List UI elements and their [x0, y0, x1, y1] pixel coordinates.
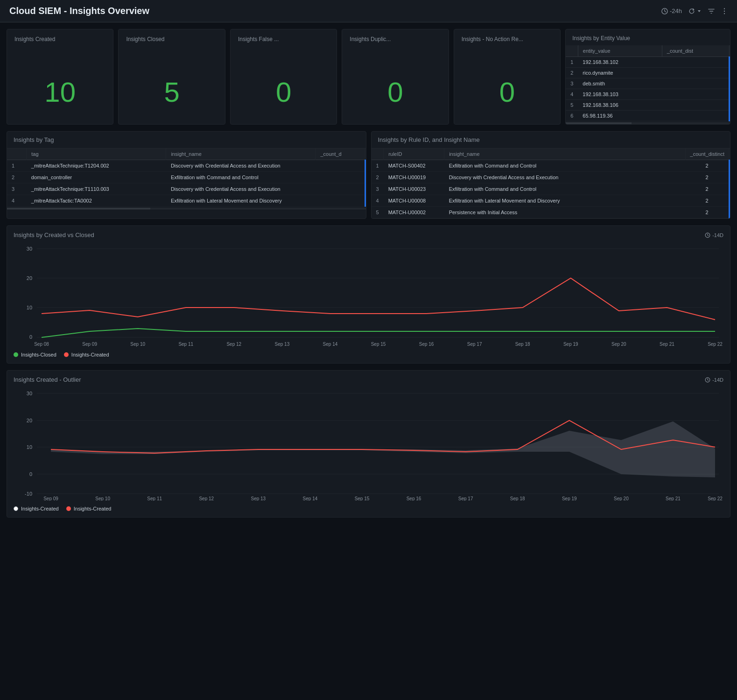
svg-text:Sep 10: Sep 10: [130, 342, 145, 347]
chart1-header: Insights by Created vs Closed -14D: [14, 231, 723, 238]
chart2-panel: Insights Created - Outlier -14D 30 20 10…: [7, 370, 730, 518]
chart1-container: 30 20 10 0 Sep 08 Sep 09 Sep 10 Sep 11 S…: [14, 244, 723, 348]
svg-text:Sep 16: Sep 16: [419, 342, 434, 347]
svg-text:Sep 20: Sep 20: [614, 496, 629, 501]
entity-value-panel: Insights by Entity Value entity_value _c…: [565, 29, 730, 125]
entity-panel-title: Insights by Entity Value: [566, 29, 730, 45]
chart1-title: Insights by Created vs Closed: [14, 231, 94, 238]
svg-text:Sep 12: Sep 12: [226, 342, 241, 347]
more-button[interactable]: [721, 8, 728, 14]
svg-text:10: 10: [27, 305, 32, 310]
chart2-title: Insights Created - Outlier: [14, 376, 81, 383]
entity-row: 665.98.119.36: [566, 111, 729, 121]
stat-label-false: Insights False ...: [238, 36, 329, 42]
svg-text:Sep 19: Sep 19: [562, 496, 577, 501]
svg-text:Sep 14: Sep 14: [323, 342, 338, 347]
entity-row: 1192.168.38.102: [566, 57, 729, 68]
chart2-time: -14D: [705, 377, 723, 383]
svg-text:Sep 09: Sep 09: [82, 342, 97, 347]
chart2-legend: Insights-Created Insights-Created: [14, 506, 723, 511]
rule-row: 1MATCH-S00402Exfiltration with Command a…: [372, 160, 730, 172]
chart1-svg: 30 20 10 0 Sep 08 Sep 09 Sep 10 Sep 11 S…: [14, 244, 723, 347]
svg-text:Sep 15: Sep 15: [371, 342, 386, 347]
svg-text:-10: -10: [25, 491, 32, 497]
legend2-white: Insights-Created: [14, 506, 59, 511]
refresh-button[interactable]: [688, 8, 702, 14]
chart2-header: Insights Created - Outlier -14D: [14, 376, 723, 383]
time-filter[interactable]: -24h: [661, 7, 682, 14]
svg-text:Sep 22: Sep 22: [708, 342, 723, 347]
svg-text:Sep 13: Sep 13: [251, 496, 266, 501]
clock-icon: [661, 8, 668, 14]
legend2-red-label: Insights-Created: [74, 506, 112, 511]
svg-text:Sep 13: Sep 13: [275, 342, 290, 347]
rule-panel-title: Insights by Rule ID, and Insight Name: [372, 132, 730, 148]
svg-text:30: 30: [27, 246, 32, 252]
svg-point-1: [724, 8, 725, 9]
chart1-time: -14D: [705, 232, 723, 238]
svg-text:Sep 10: Sep 10: [95, 496, 110, 501]
svg-point-3: [724, 13, 725, 14]
rule-row: 5MATCH-U00002Persistence with Initial Ac…: [372, 207, 730, 218]
entity-col-count: _count_dist: [662, 45, 729, 57]
stat-card-false: Insights False ... 0: [230, 29, 337, 125]
entity-col-num: [566, 45, 578, 57]
svg-text:Sep 21: Sep 21: [666, 496, 681, 501]
svg-text:Sep 15: Sep 15: [355, 496, 370, 501]
chevron-down-icon: [697, 9, 702, 14]
stat-label-noaction: Insights - No Action Re...: [462, 36, 553, 42]
legend2-white-label: Insights-Created: [21, 506, 59, 511]
svg-text:Sep 14: Sep 14: [303, 496, 318, 501]
legend-closed: Insights-Closed: [14, 352, 56, 357]
rule-table: ruleID insight_name _count_distinct 1MAT…: [372, 148, 730, 218]
filter-button[interactable]: [708, 8, 715, 14]
legend-created: Insights-Created: [64, 352, 109, 357]
svg-text:Sep 18: Sep 18: [510, 496, 525, 501]
svg-text:Sep 20: Sep 20: [611, 342, 626, 347]
entity-row: 2rico.dynamite: [566, 68, 729, 78]
svg-text:0: 0: [29, 471, 32, 477]
svg-text:Sep 17: Sep 17: [467, 342, 482, 347]
entity-row: 4192.168.38.103: [566, 89, 729, 100]
entity-table: entity_value _count_dist 1192.168.38.102…: [566, 45, 730, 121]
page-title: Cloud SIEM - Insights Overview: [9, 6, 149, 16]
legend-created-dot: [64, 352, 69, 357]
svg-text:Sep 21: Sep 21: [660, 342, 674, 347]
svg-text:Sep 11: Sep 11: [147, 496, 162, 501]
clock-icon-chart2: [705, 377, 710, 383]
stat-label-duplic: Insights Duplic...: [350, 36, 441, 42]
svg-text:Sep 08: Sep 08: [34, 342, 49, 347]
rule-panel: Insights by Rule ID, and Insight Name ru…: [371, 131, 731, 219]
tag-row: 3_mitreAttackTechnique:T1110.003Discover…: [7, 183, 365, 195]
stat-value-false: 0: [238, 76, 329, 118]
svg-text:0: 0: [29, 334, 32, 340]
refresh-icon: [688, 8, 695, 14]
legend-closed-dot: [14, 352, 18, 357]
stat-label-created: Insights Created: [14, 36, 105, 42]
chart1-panel: Insights by Created vs Closed -14D 30 20…: [7, 225, 730, 364]
svg-text:Sep 19: Sep 19: [563, 342, 578, 347]
stat-value-noaction: 0: [462, 76, 553, 118]
svg-point-2: [724, 10, 725, 11]
svg-text:Sep 12: Sep 12: [199, 496, 214, 501]
clock-icon-chart1: [705, 232, 710, 238]
legend-closed-label: Insights-Closed: [21, 352, 56, 357]
filter-icon: [708, 8, 715, 14]
stat-card-closed: Insights Closed 5: [118, 29, 225, 125]
entity-row: 3deb.smith: [566, 78, 729, 89]
chart1-legend: Insights-Closed Insights-Created: [14, 352, 723, 357]
legend-created-label: Insights-Created: [71, 352, 109, 357]
stat-value-created: 10: [14, 76, 105, 118]
svg-text:Sep 18: Sep 18: [515, 342, 530, 347]
chart2-container: 30 20 10 0 -10 Sep 09 Sep 10 Sep 11 Sep …: [14, 389, 723, 502]
svg-text:Sep 11: Sep 11: [178, 342, 193, 347]
svg-text:20: 20: [27, 275, 32, 281]
rule-row: 3MATCH-U00023Exfiltration with Command a…: [372, 183, 730, 195]
svg-text:Sep 17: Sep 17: [458, 496, 473, 501]
rule-row: 2MATCH-U00019Discovery with Credential A…: [372, 172, 730, 183]
legend2-red: Insights-Created: [66, 506, 112, 511]
stat-value-duplic: 0: [350, 76, 441, 118]
rule-row: 4MATCH-U00008Exfiltration with Lateral M…: [372, 195, 730, 207]
entity-row: 5192.168.38.106: [566, 100, 729, 111]
svg-text:Sep 09: Sep 09: [43, 496, 58, 501]
